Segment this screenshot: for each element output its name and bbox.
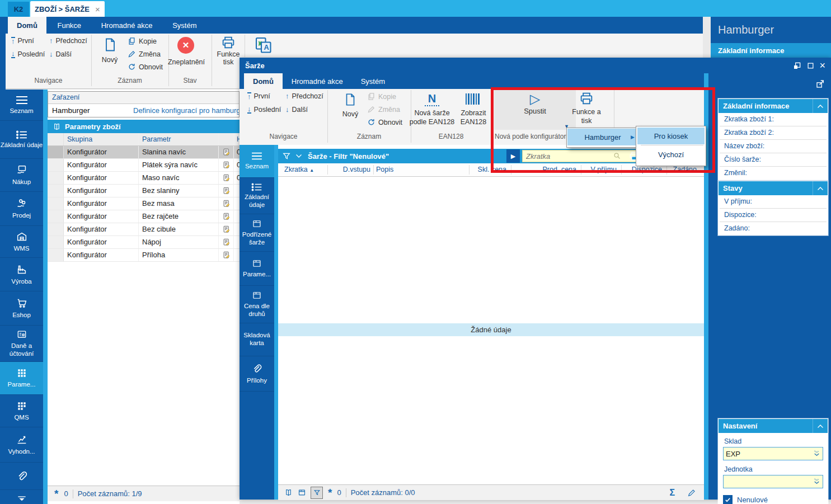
tab-system[interactable]: Systém — [163, 17, 205, 34]
table-row[interactable]: KonfigurátorBez masa — [48, 197, 240, 210]
sidebar-item-vyroba[interactable]: Výroba — [0, 258, 43, 291]
sidebar-item-prodej[interactable]: Prodej — [0, 192, 43, 226]
dialog-refresh-button[interactable]: Obnovit — [367, 118, 402, 126]
note-icon[interactable] — [219, 223, 234, 235]
column-skupina[interactable]: Skupina — [64, 133, 139, 145]
book-icon[interactable] — [284, 488, 293, 497]
column-dvstupu[interactable]: D.vstupu — [328, 163, 370, 176]
dropdown-icon[interactable] — [813, 450, 820, 457]
dock-icon[interactable] — [793, 61, 802, 70]
tab-funkce[interactable]: Funkce — [48, 17, 90, 34]
note-icon[interactable] — [219, 185, 234, 197]
sidebar-item-qms[interactable]: QMS — [0, 395, 43, 427]
preview-panel-subtitle[interactable]: Základní informace — [711, 43, 831, 58]
note-icon[interactable] — [219, 249, 234, 261]
previous-button[interactable]: ↑Předchozí — [49, 37, 87, 45]
dialog-sidebar-cena-dle-druhu[interactable]: Cena dle druhů — [240, 286, 274, 323]
sidebar-item-wms[interactable]: WMS — [0, 226, 43, 258]
translate-icon[interactable]: A — [253, 35, 273, 55]
collapse-icon[interactable] — [813, 181, 828, 195]
sidebar-item-zakladni-udaje[interactable]: Základní údaje — [0, 121, 43, 159]
new-button[interactable]: Nový — [95, 56, 124, 64]
first-button[interactable]: ↑První — [11, 37, 34, 45]
dialog-tab-domu[interactable]: Domů — [244, 73, 283, 89]
note-icon[interactable] — [219, 197, 234, 210]
asterisk-icon[interactable]: * — [328, 490, 332, 496]
column-skl-cena[interactable]: Skl. cena — [464, 163, 506, 176]
table-row[interactable]: KonfigurátorBez cibule — [48, 223, 240, 236]
asterisk-icon[interactable]: * — [54, 491, 58, 497]
maximize-icon[interactable] — [806, 62, 815, 70]
dialog-tab-system[interactable]: Systém — [352, 73, 394, 89]
dialog-sidebar-prilohy[interactable]: Přílohy — [240, 356, 274, 392]
table-header-row[interactable]: Skupina Parametr Hodnota — [48, 133, 240, 146]
close-icon[interactable]: × — [819, 60, 825, 70]
show-ean128-button[interactable]: ZobrazitEAN128 — [453, 109, 494, 126]
column-prod-cena[interactable]: Prod. cena — [534, 163, 576, 176]
menu-item-hamburger[interactable]: Hamburger ▶ — [567, 129, 638, 145]
sidebar-item-seznam[interactable]: Seznam — [0, 90, 43, 121]
classification-row[interactable]: Hamburger Definice konfigurací pro hambu… — [48, 104, 239, 117]
pencil-icon[interactable] — [687, 488, 696, 497]
states-section-header[interactable]: Stavy — [719, 181, 828, 195]
functions-print-button[interactable]: Funkce atisk — [570, 108, 603, 125]
dialog-sidebar-seznam[interactable]: Seznam — [240, 145, 274, 178]
sidebar-item-nakup[interactable]: Nákup — [0, 159, 43, 192]
last-button[interactable]: ↓Poslední — [11, 50, 45, 58]
next-button[interactable]: ↓Další — [49, 50, 72, 58]
sidebar-item-prilohy[interactable] — [0, 463, 43, 490]
collapse-icon[interactable] — [813, 99, 828, 113]
app-menu-tab[interactable]: K2 — [8, 2, 29, 17]
new-batch-ean128-button[interactable]: Nová šaržepodle EAN128 — [407, 109, 457, 126]
chevron-down-icon[interactable] — [295, 154, 302, 158]
funnel-icon[interactable] — [311, 487, 323, 499]
change-button[interactable]: Změna — [128, 50, 161, 58]
copy-button[interactable]: Kopie — [128, 37, 157, 45]
tab-hromadne-akce[interactable]: Hromadné akce — [92, 17, 162, 34]
note-icon[interactable] — [219, 159, 234, 171]
dialog-change-button[interactable]: Změna — [367, 105, 400, 114]
menu-item-vychozi[interactable]: Výchozí — [637, 146, 705, 163]
document-tab[interactable]: ZBOŽÍ > ŠARŽE × — [30, 1, 105, 17]
column-v-prijmu[interactable]: V příjmu — [580, 163, 617, 176]
sidebar-item-parametry[interactable]: Parame... — [0, 362, 43, 395]
tab-domu[interactable]: Domů — [8, 17, 46, 34]
dialog-sidebar-podrizene-sarze[interactable]: Podřízené šarže — [240, 214, 274, 252]
table-row[interactable]: KonfigurátorSlanina navíc0 — [48, 146, 240, 159]
column-popis[interactable]: Popis — [376, 163, 393, 176]
dialog-next-button[interactable]: ↓Další — [285, 106, 308, 114]
menu-item-pro-kiosek[interactable]: Pro kiosek — [637, 128, 705, 144]
table-row[interactable]: KonfigurátorPlátek sýra navíc0 — [48, 159, 240, 172]
box-icon[interactable] — [298, 488, 306, 497]
column-parametr[interactable]: Parametr — [139, 133, 219, 145]
dialog-last-button[interactable]: ↓Poslední — [247, 106, 281, 114]
print-functions-button[interactable]: Funkcetisk — [214, 50, 243, 66]
run-button[interactable]: ▷ Spustit ▼ — [494, 90, 576, 130]
collapse-icon[interactable] — [813, 419, 828, 433]
dialog-title-bar[interactable]: Šarže × — [240, 58, 831, 73]
note-icon[interactable] — [219, 236, 234, 248]
settings-section-header[interactable]: Nastavení — [719, 419, 828, 433]
dialog-sidebar-parametry[interactable]: Parame... — [240, 252, 274, 286]
column-hodnota[interactable]: Hodnota — [234, 133, 240, 145]
note-icon[interactable] — [219, 210, 234, 223]
parameters-panel-header[interactable]: Parametry zboží — [48, 120, 240, 133]
sidebar-item-eshop[interactable]: Eshop — [0, 291, 43, 326]
nenulove-checkbox[interactable]: Nenulové — [723, 495, 823, 504]
sidebar-item-dane-a-uctovani[interactable]: Daně a účtování — [0, 326, 43, 362]
sklad-combobox[interactable]: EXP — [723, 447, 823, 460]
sidebar-item-vyhodnoceni[interactable]: Vyhodn... — [0, 427, 43, 463]
invalidate-button[interactable]: Zneplatnění — [166, 58, 206, 66]
dropdown-icon[interactable] — [813, 478, 820, 485]
note-icon[interactable] — [219, 172, 234, 184]
dialog-copy-button[interactable]: Kopie — [367, 92, 396, 101]
dialog-new-button[interactable]: Nový — [336, 110, 365, 118]
tab-close-icon[interactable]: × — [95, 4, 100, 14]
dialog-sidebar-zakladni-udaje[interactable]: Základní údaje — [240, 178, 274, 214]
play-icon[interactable]: ▶ — [506, 149, 520, 163]
sum-icon[interactable]: Σ — [669, 488, 675, 498]
table-row[interactable]: KonfigurátorNápoj — [48, 236, 240, 249]
dialog-first-button[interactable]: ↑První — [247, 92, 270, 100]
refresh-button[interactable]: Obnovit — [128, 63, 163, 71]
table-row[interactable]: KonfigurátorMaso navíc0 — [48, 172, 240, 185]
